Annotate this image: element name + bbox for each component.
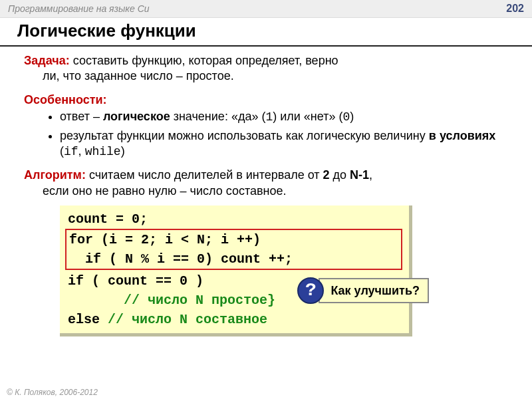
course-title: Программирование на языке Си [8,3,150,14]
features-block: Особенности: ответ – логическое значение… [24,92,513,160]
page-title: Логические функции [0,18,532,47]
task-line1: составить функцию, которая определяет, в… [70,54,338,67]
copyright: © К. Поляков, 2006-2012 [7,388,98,397]
task-line2: ли, что заданное число – простое. [24,68,513,84]
task-block: Задача: составить функцию, которая опред… [24,53,513,84]
algorithm-block: Алгоритм: считаем число делителей в инте… [24,168,513,199]
code-line-1: count = 0; [68,209,401,229]
feature-item-2: результат функции можно использовать как… [60,128,513,160]
task-label: Задача: [24,54,70,67]
code-block: count = 0; for (i = 2; i < N; i ++) if (… [60,205,412,336]
feature-item-1: ответ – логическое значение: «да» (1) ил… [60,109,513,125]
features-label: Особенности: [24,93,107,106]
code-line-2: for (i = 2; i < N; i ++) [69,230,398,249]
page-number: 202 [506,3,524,15]
loop-highlight-box: for (i = 2; i < N; i ++) if ( N % i == 0… [65,229,402,270]
callout: ? Как улучшить? [297,277,429,304]
slide-header: Программирование на языке Си 202 [0,0,532,18]
algo-label: Алгоритм: [24,168,86,182]
callout-text: Как улучшить? [319,278,429,303]
code-line-6: else // число N составное [68,310,401,329]
slide-content: Логические функции Задача: составить фун… [0,18,532,336]
code-line-3: if ( N % i == 0) count ++; [69,249,398,269]
